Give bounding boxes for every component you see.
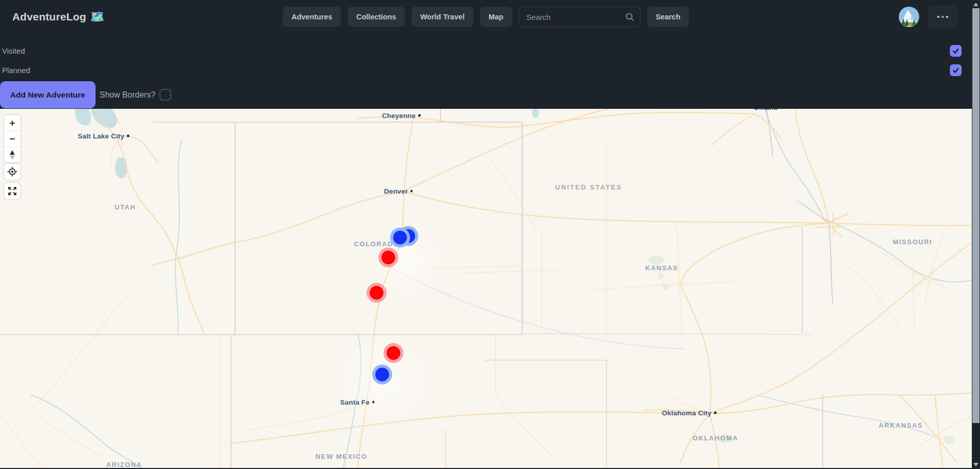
city-dot-icon [411, 190, 413, 193]
country-label: UNITED STATES [555, 183, 622, 191]
city-label-salt-lake-city: Salt Lake City [78, 132, 129, 140]
city-dot-icon [372, 401, 375, 404]
scrollbar-up-arrow[interactable] [973, 3, 978, 6]
show-borders-checkbox[interactable] [159, 89, 171, 101]
add-new-adventure-button[interactable]: Add New Adventure [0, 81, 96, 108]
city-name: Cheyenne [382, 112, 415, 120]
search-icon [624, 12, 635, 22]
city-name: Denver [384, 187, 408, 195]
adventure-marker-red[interactable] [370, 286, 384, 300]
overflow-menu-button[interactable] [928, 5, 958, 29]
zoom-in-button[interactable]: + [4, 115, 20, 131]
fullscreen-button[interactable] [4, 183, 20, 199]
show-borders-label: Show Borders? [100, 90, 155, 100]
compass-reset-button[interactable] [4, 147, 20, 162]
adventure-marker-blue[interactable] [376, 368, 389, 382]
city-name: Santa Fe [340, 398, 370, 406]
page-scrollbar[interactable] [972, 0, 980, 469]
nav-links: AdventuresCollectionsWorld TravelMap [283, 7, 512, 27]
avatar-mountain-image [899, 7, 919, 27]
scrollbar-down-arrow[interactable] [973, 463, 978, 466]
dot-icon [937, 16, 940, 18]
state-label-kansas: KANSAS [645, 264, 679, 272]
nav-link-adventures[interactable]: Adventures [283, 7, 341, 27]
city-name: Salt Lake City [78, 132, 124, 140]
city-name: Oklahoma City [662, 409, 711, 417]
search-button[interactable]: Search [647, 7, 689, 27]
dot-icon [946, 16, 948, 18]
state-label-new-mexico: NEW MEXICO [315, 453, 367, 460]
search-wrap [519, 7, 640, 27]
zoom-out-button[interactable]: − [4, 131, 20, 147]
city-label-denver: Denver [384, 187, 413, 195]
city-label-cheyenne: Cheyenne [382, 112, 421, 120]
visited-checkbox[interactable] [950, 45, 962, 57]
world-map-icon: 🗺️ [90, 10, 105, 24]
state-label-arkansas: ARKANSAS [879, 421, 923, 429]
adventure-marker-blue[interactable] [393, 231, 407, 245]
city-dot-icon [127, 135, 130, 137]
city-label-oklahoma-city: Oklahoma City [662, 409, 716, 417]
filter-panel: VisitedPlanned Add New Adventure Show Bo… [0, 34, 972, 109]
geolocate-button[interactable] [4, 163, 20, 180]
nav-link-world-travel[interactable]: World Travel [411, 7, 473, 27]
state-label-oklahoma: OKLAHOMA [692, 434, 738, 442]
state-label-arizona: ARIZONA [106, 461, 142, 468]
nav-link-collections[interactable]: Collections [347, 7, 405, 27]
nav-right [899, 5, 965, 29]
city-dot-icon [418, 114, 421, 117]
dot-icon [942, 16, 944, 18]
state-label-missouri: MISSOURI [893, 238, 932, 246]
state-label-utah: UTAH [114, 203, 136, 211]
add-row: Add New Adventure Show Borders? [0, 81, 171, 109]
adventure-marker-red[interactable] [382, 251, 395, 265]
avatar[interactable] [899, 7, 919, 27]
map-canvas[interactable]: UTAHCOLORADOKANSASMISSOURINEW MEXICOOKLA… [0, 109, 972, 468]
map-terrain-art [0, 109, 972, 468]
map-zoom-controls: + − [4, 115, 20, 162]
filter-label-planned: Planned [2, 66, 30, 75]
state-label-colorado: COLORADO [354, 240, 400, 248]
filter-row-planned: Planned [0, 64, 972, 79]
city-dot-icon [714, 412, 717, 414]
compass-needle-icon [10, 150, 15, 160]
nav-center: AdventuresCollectionsWorld TravelMap Sea… [283, 7, 689, 27]
fullscreen-icon [7, 186, 17, 196]
filter-row-visited: Visited [0, 45, 972, 59]
planned-checkbox[interactable] [950, 64, 962, 76]
app-title: AdventureLog [12, 11, 86, 23]
search-input[interactable] [519, 7, 640, 27]
adventure-marker-red[interactable] [387, 346, 401, 360]
navbar: AdventureLog 🗺️ AdventuresCollectionsWor… [0, 0, 972, 34]
city-label-santa-fe: Santa Fe [340, 398, 375, 406]
city-name: Omaha [754, 109, 778, 111]
scrollbar-thumb[interactable] [972, 8, 979, 423]
app-logo[interactable]: AdventureLog 🗺️ [12, 10, 104, 24]
nav-link-map[interactable]: Map [480, 7, 512, 27]
city-label-omaha: Omaha [754, 109, 782, 111]
filter-label-visited: Visited [2, 46, 25, 55]
geolocate-icon [7, 167, 17, 177]
